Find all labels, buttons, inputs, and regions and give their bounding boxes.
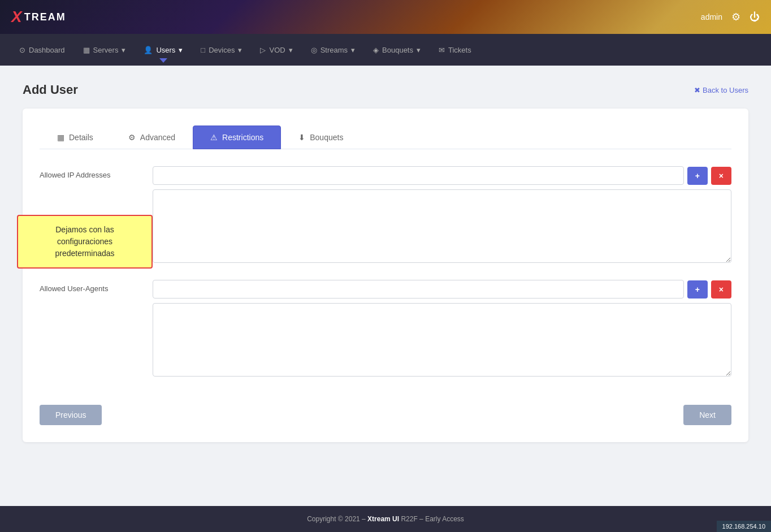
allowed-agents-add-button[interactable]: +: [687, 280, 708, 299]
logo: X TREAM: [11, 8, 66, 26]
bouquets-tab-label: Bouquets: [310, 133, 343, 142]
tab-advanced[interactable]: ⚙ Advanced: [111, 126, 193, 149]
ip-badge: 192.168.254.10: [717, 521, 771, 532]
details-tab-icon: ▦: [57, 133, 64, 142]
previous-button[interactable]: Previous: [40, 405, 102, 425]
tickets-icon: ✉: [439, 46, 445, 54]
footer-brand: Xtream UI: [367, 515, 399, 523]
advanced-tab-icon: ⚙: [128, 133, 136, 142]
users-icon: 👤: [144, 46, 153, 54]
nav-vod-label: VOD: [269, 46, 285, 54]
vod-dropdown-icon: ▾: [289, 46, 293, 54]
allowed-agents-controls: + ×: [153, 280, 731, 377]
allowed-agents-remove-button[interactable]: ×: [711, 280, 731, 299]
back-link-icon: ✖: [694, 86, 700, 94]
nav-servers-label: Servers: [93, 46, 119, 54]
dashboard-icon: ⊙: [19, 46, 25, 54]
allowed-ip-remove-button[interactable]: ×: [711, 167, 731, 185]
streams-dropdown-icon: ▾: [351, 46, 355, 54]
admin-name: admin: [701, 12, 722, 21]
back-link-label: Back to Users: [703, 86, 748, 94]
power-icon[interactable]: ⏻: [750, 11, 760, 23]
topbar-right: admin ⚙ ⏻: [701, 11, 760, 23]
users-dropdown-icon: ▾: [179, 46, 183, 54]
nav-users-label: Users: [156, 46, 175, 54]
nav-tickets-label: Tickets: [448, 46, 471, 54]
nav-streams-label: Streams: [320, 46, 348, 54]
nav-devices-label: Devices: [209, 46, 235, 54]
allowed-ip-add-button[interactable]: +: [687, 167, 708, 185]
nav-tickets[interactable]: ✉ Tickets: [431, 41, 479, 59]
servers-icon: ▦: [83, 46, 90, 54]
nav-dashboard-label: Dashboard: [29, 46, 65, 54]
devices-icon: □: [201, 46, 205, 54]
annotation-box: Dejamos con las configuraciones predeter…: [17, 215, 153, 269]
main-card: ▦ Details ⚙ Advanced ⚠ Restrictions ⬇ Bo…: [23, 109, 748, 442]
main-navigation: ⊙ Dashboard ▦ Servers ▾ 👤 Users ▾ □ Devi…: [0, 34, 771, 66]
tab-bouquets[interactable]: ⬇ Bouquets: [281, 126, 361, 149]
topbar: X TREAM admin ⚙ ⏻: [0, 0, 771, 34]
footer-copyright: Copyright © 2021 –: [307, 515, 367, 523]
allowed-agents-textarea[interactable]: [153, 303, 731, 377]
nav-streams[interactable]: ◎ Streams ▾: [303, 41, 363, 59]
nav-vod[interactable]: ▷ VOD ▾: [252, 41, 300, 59]
restrictions-tab-label: Restrictions: [222, 133, 263, 142]
nav-servers[interactable]: ▦ Servers ▾: [75, 41, 134, 59]
tab-restrictions[interactable]: ⚠ Restrictions: [193, 126, 281, 149]
logo-text: TREAM: [24, 11, 66, 23]
bouquets-dropdown-icon: ▾: [417, 46, 421, 54]
annotation-text: Dejamos con las configuraciones predeter…: [55, 225, 114, 258]
allowed-agents-input[interactable]: [153, 280, 684, 299]
nav-devices[interactable]: □ Devices ▾: [193, 41, 250, 59]
gear-icon[interactable]: ⚙: [731, 11, 740, 23]
allowed-ip-label: Allowed IP Addresses: [40, 166, 141, 179]
servers-dropdown-icon: ▾: [122, 46, 125, 54]
nav-dashboard[interactable]: ⊙ Dashboard: [11, 41, 73, 59]
logo-x: X: [11, 8, 22, 26]
nav-bouquets-label: Bouquets: [382, 46, 413, 54]
bouquets-icon: ◈: [373, 46, 379, 54]
footer-buttons: Previous Next: [40, 393, 731, 425]
restrictions-tab-icon: ⚠: [210, 133, 218, 142]
bouquets-tab-icon: ⬇: [298, 133, 305, 142]
allowed-agents-input-row: + ×: [153, 280, 731, 299]
allowed-ip-input[interactable]: [153, 166, 684, 185]
devices-dropdown-icon: ▾: [238, 46, 242, 54]
allowed-ip-textarea[interactable]: [153, 189, 731, 263]
page-footer: Copyright © 2021 – Xtream UI R22F – Earl…: [0, 506, 771, 532]
streams-icon: ◎: [311, 46, 317, 54]
allowed-agents-label: Allowed User-Agents: [40, 280, 141, 293]
allowed-agents-row: Allowed User-Agents + ×: [40, 280, 731, 377]
advanced-tab-label: Advanced: [140, 133, 175, 142]
back-to-users-link[interactable]: ✖ Back to Users: [694, 86, 748, 94]
next-button[interactable]: Next: [683, 405, 731, 425]
nav-users[interactable]: 👤 Users ▾: [136, 41, 190, 59]
tab-bar: ▦ Details ⚙ Advanced ⚠ Restrictions ⬇ Bo…: [40, 126, 731, 149]
allowed-ip-input-row: + ×: [153, 166, 731, 185]
content-area: Add User ✖ Back to Users ▦ Details ⚙ Adv…: [0, 66, 771, 506]
footer-version: R22F – Early Access: [399, 515, 464, 523]
page-header: Add User ✖ Back to Users: [23, 83, 748, 97]
nav-bouquets[interactable]: ◈ Bouquets ▾: [365, 41, 428, 59]
vod-icon: ▷: [260, 46, 266, 54]
page-title: Add User: [23, 83, 78, 97]
tab-details[interactable]: ▦ Details: [40, 126, 111, 149]
details-tab-label: Details: [69, 133, 93, 142]
allowed-agents-section: Allowed User-Agents + ×: [40, 280, 731, 377]
allowed-ip-controls: + ×: [153, 166, 731, 263]
